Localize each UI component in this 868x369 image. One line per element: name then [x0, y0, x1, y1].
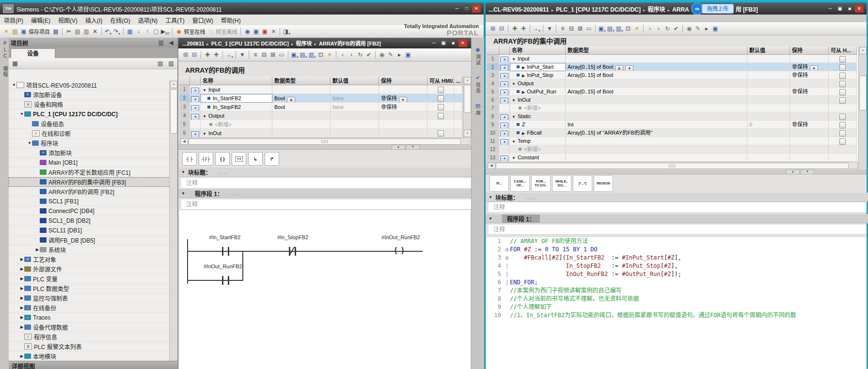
name-cell[interactable]: ▶OutPut_Run [510, 88, 566, 96]
snippet-comment[interactable]: (*...*) [573, 175, 592, 192]
breadcrumb-item[interactable]: PLC_1 [CPU 1217C DC/DC/DC] [556, 6, 641, 13]
tree-item[interactable]: ▼项目SCL-REV05-20200811 [9, 80, 170, 90]
hmi-visible-checkbox[interactable] [438, 113, 444, 119]
tree-item[interactable]: SCL1 [FB1] [9, 197, 170, 206]
keep-actual-values-icon[interactable]: ▼ [238, 51, 246, 59]
datatype-cell[interactable] [566, 154, 747, 162]
tree-expand-icon[interactable]: ▼ [27, 141, 32, 145]
datatype-cell[interactable] [566, 112, 747, 121]
maximize-button[interactable]: ■ [449, 39, 458, 47]
default-value-cell[interactable]: 0 [747, 121, 790, 129]
insert-row-icon[interactable]: ⊞ [489, 25, 497, 33]
monitor-glasses-icon[interactable]: ✎ [387, 51, 395, 59]
retain-cell[interactable] [379, 111, 427, 120]
tree-item[interactable]: V在线和诊断 [9, 129, 170, 138]
retain-cell[interactable] [790, 129, 829, 137]
add-row-icon[interactable]: ✚ [204, 51, 211, 59]
name-cell[interactable]: ▼Output [510, 79, 566, 88]
interface-row[interactable]: 4◄▼Output [179, 111, 462, 120]
tree-item[interactable]: ▶外部源文件 [9, 264, 170, 274]
consistency-check-icon[interactable]: ✔ [672, 25, 680, 33]
retain-cell[interactable]: 非保持 [379, 103, 427, 111]
tree-item[interactable]: ARRAY的FB的调用 [FB2] [9, 187, 170, 197]
datatype-cell[interactable] [566, 55, 747, 63]
splitter-up-icon[interactable]: ▲ [786, 169, 800, 174]
tree-item[interactable]: ▶~Traces [9, 313, 170, 323]
tree-item[interactable]: ConnectPC [DB4] [9, 206, 170, 216]
datatype-cell[interactable] [272, 111, 331, 120]
restore-button[interactable]: ▣ [836, 5, 844, 13]
default-value-cell[interactable] [747, 129, 790, 137]
interface-row[interactable]: 11◄▼Temp [487, 137, 858, 145]
name-cell[interactable]: <新增> [201, 120, 272, 129]
default-value-cell[interactable] [747, 79, 790, 88]
retain-cell[interactable] [790, 145, 829, 154]
column-header[interactable]: 名称 [510, 46, 566, 55]
interface-row[interactable]: 6◄▼InOut [487, 96, 858, 104]
section-collapse-icon[interactable]: ▼ [512, 57, 516, 62]
no-contact[interactable] [222, 276, 223, 285]
no-contact[interactable] [228, 276, 229, 285]
tree-item[interactable]: ✶添加新设备 [9, 90, 170, 100]
online-diagnostics-icon[interactable]: ◉ [243, 28, 251, 36]
window-overview-icon[interactable]: ▣ [252, 28, 260, 36]
tree-item[interactable]: #设备和网络 [9, 100, 170, 109]
network-comments-icon[interactable]: ▭ [278, 51, 285, 59]
section-collapse-icon[interactable]: ▼ [512, 139, 516, 144]
snippet-case[interactable]: CASE...OF... [510, 175, 530, 192]
scroll-up-icon[interactable]: ∧ [859, 47, 867, 54]
datatype-cell[interactable]: Bool [272, 103, 331, 111]
retain-cell[interactable]: 非保持 [790, 88, 829, 96]
tree-expand-icon[interactable]: ▼ [19, 112, 24, 116]
tree-item[interactable]: 设备组态 [9, 119, 170, 129]
retain-cell[interactable] [790, 55, 829, 63]
default-value-cell[interactable]: false [331, 103, 379, 111]
column-header[interactable]: 默认值 [747, 46, 790, 55]
tree-item[interactable]: ▶本地模块 [9, 352, 170, 361]
interface-row[interactable]: 12<新增> [487, 145, 858, 154]
no-contact[interactable] [228, 247, 229, 256]
cross-reference-icon[interactable]: ✕ [269, 28, 277, 36]
fb2-network-1-bar[interactable]: ▼ 程序段 1： …… [178, 189, 474, 198]
datatype-cell[interactable]: Array[0..15] of Bool≣▼ [566, 63, 747, 71]
datatype-dropdown-button[interactable]: ▼ [625, 65, 633, 71]
status-display-icon[interactable]: ⊡ [317, 51, 325, 59]
add-block-row-icon[interactable]: ✚ [520, 25, 527, 33]
expand-icon[interactable]: ▶ [522, 131, 525, 136]
retain-dropdown-button[interactable]: ▼ [399, 97, 407, 103]
tree-expand-icon[interactable]: ▶ [19, 306, 24, 310]
default-value-cell[interactable] [747, 55, 790, 63]
contact-label[interactable]: #In_StartFB2 [196, 234, 254, 240]
breadcrumb-item[interactable]: ARRA [672, 6, 689, 13]
hmi-visible-checkbox[interactable] [839, 56, 846, 62]
menu-item[interactable]: 选项(N) [138, 16, 158, 24]
column-header[interactable]: 可从 H... [829, 46, 857, 55]
retain-cell[interactable] [379, 85, 427, 94]
retain-cell[interactable] [790, 112, 829, 121]
restore-button[interactable]: ▣ [439, 39, 448, 47]
accessible-devices-icon[interactable]: ▢ [152, 28, 160, 36]
add-new-placeholder[interactable]: <新增> [524, 105, 541, 111]
retain-cell[interactable]: 非保持▼ [379, 94, 427, 103]
name-cell[interactable]: ▼Input [510, 55, 566, 63]
more-commands-icon[interactable]: ▸ [703, 25, 710, 33]
name-cell[interactable]: ▼Temp [510, 137, 566, 145]
copy-icon[interactable]: ▤ [74, 28, 81, 36]
fb2-splitter[interactable]: ▲ ▼ [178, 145, 471, 150]
menu-item[interactable]: 视图(V) [58, 16, 78, 24]
menu-item[interactable]: 工具(T) [165, 16, 184, 24]
open-networks-icon[interactable]: ⊞ [269, 51, 277, 59]
goto-operand-icon[interactable]: →▾ [533, 25, 540, 33]
tree-item[interactable]: ▶系统块 [9, 245, 170, 255]
menu-item[interactable]: 在线(O) [110, 16, 130, 24]
more-commands-icon[interactable]: ▸ [395, 51, 403, 59]
scroll-left-icon[interactable]: ◀ [488, 163, 495, 169]
name-cell[interactable]: In_StopFB2 [201, 103, 272, 111]
minimize-button[interactable]: ─ [826, 5, 835, 13]
snippet-if[interactable]: IF... [489, 175, 509, 192]
window-split-red-icon[interactable]: ▣ [261, 28, 268, 36]
tree-expand-icon[interactable]: ▶ [19, 277, 24, 281]
fb2-network-comment[interactable]: 注释 [181, 200, 472, 210]
column-header[interactable]: 保持 [790, 46, 829, 55]
start-runtime-icon[interactable]: ▶RT [161, 28, 170, 36]
